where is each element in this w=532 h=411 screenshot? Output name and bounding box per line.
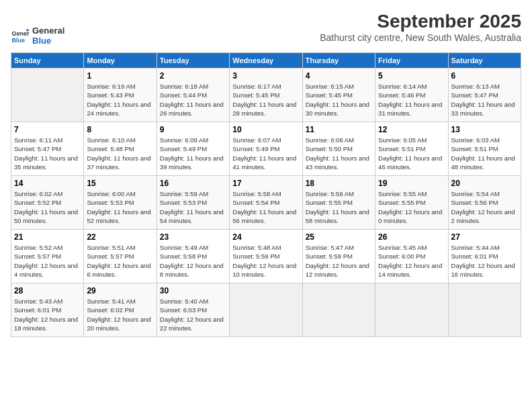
- calendar-cell: 3Sunrise: 6:17 AMSunset: 5:45 PMDaylight…: [230, 68, 302, 122]
- calendar-cell: 9Sunrise: 6:09 AMSunset: 5:49 PMDaylight…: [157, 122, 229, 176]
- calendar-table: SundayMondayTuesdayWednesdayThursdayFrid…: [11, 52, 521, 337]
- calendar-body: 1Sunrise: 6:19 AMSunset: 5:43 PMDaylight…: [11, 68, 521, 337]
- day-number: 10: [232, 125, 299, 134]
- day-info: Sunrise: 5:43 AMSunset: 6:01 PMDaylight:…: [14, 297, 81, 332]
- weekday-tuesday: Tuesday: [157, 53, 229, 68]
- logo-blue: Blue: [32, 36, 64, 46]
- calendar-cell: 29Sunrise: 5:41 AMSunset: 6:02 PMDayligh…: [84, 283, 157, 337]
- day-info: Sunrise: 5:47 AMSunset: 5:59 PMDaylight:…: [306, 243, 372, 279]
- calendar-cell: 11Sunrise: 6:06 AMSunset: 5:50 PMDayligh…: [302, 122, 375, 176]
- calendar-cell: 4Sunrise: 6:15 AMSunset: 5:45 PMDaylight…: [302, 68, 375, 122]
- week-row-3: 21Sunrise: 5:52 AMSunset: 5:57 PMDayligh…: [11, 230, 521, 283]
- day-info: Sunrise: 6:00 AMSunset: 5:53 PMDaylight:…: [87, 189, 153, 225]
- day-number: 21: [14, 232, 81, 242]
- calendar-cell: 2Sunrise: 6:18 AMSunset: 5:44 PMDaylight…: [157, 68, 229, 122]
- day-number: 30: [160, 286, 226, 295]
- calendar-cell: [11, 68, 84, 122]
- weekday-friday: Friday: [375, 53, 448, 68]
- day-number: 20: [451, 179, 518, 188]
- day-number: 18: [306, 179, 372, 188]
- day-number: 28: [14, 286, 81, 295]
- svg-text:Blue: Blue: [11, 37, 25, 44]
- day-number: 9: [160, 125, 226, 134]
- calendar-cell: 1Sunrise: 6:19 AMSunset: 5:43 PMDaylight…: [84, 68, 157, 122]
- day-info: Sunrise: 6:07 AMSunset: 5:49 PMDaylight:…: [232, 136, 299, 171]
- day-number: 16: [160, 179, 226, 188]
- weekday-thursday: Thursday: [302, 53, 375, 68]
- calendar-cell: 20Sunrise: 5:54 AMSunset: 5:56 PMDayligh…: [448, 176, 521, 230]
- calendar-cell: 14Sunrise: 6:02 AMSunset: 5:52 PMDayligh…: [11, 176, 84, 230]
- calendar-cell: 12Sunrise: 6:05 AMSunset: 5:51 PMDayligh…: [375, 122, 448, 176]
- day-info: Sunrise: 5:45 AMSunset: 6:00 PMDaylight:…: [378, 243, 445, 279]
- calendar-cell: 10Sunrise: 6:07 AMSunset: 5:49 PMDayligh…: [230, 122, 302, 176]
- calendar-cell: 21Sunrise: 5:52 AMSunset: 5:57 PMDayligh…: [11, 230, 84, 283]
- calendar-cell: 18Sunrise: 5:56 AMSunset: 5:55 PMDayligh…: [302, 176, 375, 230]
- day-number: 17: [232, 179, 299, 188]
- weekday-saturday: Saturday: [448, 53, 521, 68]
- calendar-cell: 6Sunrise: 6:13 AMSunset: 5:47 PMDaylight…: [448, 68, 521, 122]
- day-info: Sunrise: 6:10 AMSunset: 5:48 PMDaylight:…: [87, 136, 153, 171]
- day-number: 24: [232, 232, 299, 242]
- calendar-cell: 24Sunrise: 5:48 AMSunset: 5:59 PMDayligh…: [230, 230, 302, 283]
- calendar-cell: 16Sunrise: 5:59 AMSunset: 5:53 PMDayligh…: [157, 176, 229, 230]
- day-number: 23: [160, 232, 226, 242]
- day-number: 7: [14, 125, 81, 134]
- day-number: 6: [451, 71, 518, 81]
- day-info: Sunrise: 5:49 AMSunset: 5:58 PMDaylight:…: [160, 243, 226, 279]
- day-info: Sunrise: 6:13 AMSunset: 5:47 PMDaylight:…: [451, 82, 518, 118]
- calendar-cell: 15Sunrise: 6:00 AMSunset: 5:53 PMDayligh…: [84, 176, 157, 230]
- weekday-wednesday: Wednesday: [230, 53, 302, 68]
- day-number: 12: [378, 125, 445, 134]
- day-number: 5: [378, 71, 445, 81]
- day-info: Sunrise: 6:19 AMSunset: 5:43 PMDaylight:…: [87, 82, 153, 118]
- day-number: 22: [87, 232, 153, 242]
- day-number: 8: [87, 125, 153, 134]
- day-info: Sunrise: 5:51 AMSunset: 5:57 PMDaylight:…: [87, 243, 153, 279]
- day-info: Sunrise: 6:02 AMSunset: 5:52 PMDaylight:…: [14, 189, 81, 225]
- week-row-2: 14Sunrise: 6:02 AMSunset: 5:52 PMDayligh…: [11, 176, 521, 230]
- day-number: 15: [87, 179, 153, 188]
- calendar-cell: 26Sunrise: 5:45 AMSunset: 6:00 PMDayligh…: [375, 230, 448, 283]
- calendar-cell: [302, 283, 375, 337]
- logo-general: General: [32, 26, 64, 36]
- calendar-cell: 30Sunrise: 5:40 AMSunset: 6:03 PMDayligh…: [157, 283, 229, 337]
- day-info: Sunrise: 6:09 AMSunset: 5:49 PMDaylight:…: [160, 136, 226, 171]
- svg-text:General: General: [11, 30, 30, 37]
- day-info: Sunrise: 5:58 AMSunset: 5:54 PMDaylight:…: [232, 189, 299, 225]
- day-number: 27: [451, 232, 518, 242]
- logo: General Blue General Blue: [11, 26, 64, 46]
- day-info: Sunrise: 5:40 AMSunset: 6:03 PMDaylight:…: [160, 297, 226, 332]
- calendar-cell: 5Sunrise: 6:14 AMSunset: 5:46 PMDaylight…: [375, 68, 448, 122]
- day-info: Sunrise: 6:15 AMSunset: 5:45 PMDaylight:…: [306, 82, 372, 118]
- day-number: 25: [306, 232, 372, 242]
- day-info: Sunrise: 6:17 AMSunset: 5:45 PMDaylight:…: [232, 82, 299, 118]
- logo-icon: General Blue: [11, 26, 30, 45]
- calendar-cell: 17Sunrise: 5:58 AMSunset: 5:54 PMDayligh…: [230, 176, 302, 230]
- day-info: Sunrise: 6:18 AMSunset: 5:44 PMDaylight:…: [160, 82, 226, 118]
- day-info: Sunrise: 6:14 AMSunset: 5:46 PMDaylight:…: [378, 82, 445, 118]
- day-number: 13: [451, 125, 518, 134]
- day-number: 14: [14, 179, 81, 188]
- calendar-cell: [375, 283, 448, 337]
- day-info: Sunrise: 5:41 AMSunset: 6:02 PMDaylight:…: [87, 297, 153, 332]
- day-number: 4: [306, 71, 372, 81]
- day-number: 29: [87, 286, 153, 295]
- calendar-cell: 23Sunrise: 5:49 AMSunset: 5:58 PMDayligh…: [157, 230, 229, 283]
- day-info: Sunrise: 5:44 AMSunset: 6:01 PMDaylight:…: [451, 243, 518, 279]
- day-info: Sunrise: 5:54 AMSunset: 5:56 PMDaylight:…: [451, 189, 518, 225]
- month-title: September 2025: [320, 11, 521, 32]
- calendar-cell: 8Sunrise: 6:10 AMSunset: 5:48 PMDaylight…: [84, 122, 157, 176]
- day-info: Sunrise: 6:05 AMSunset: 5:51 PMDaylight:…: [378, 136, 445, 171]
- weekday-header: SundayMondayTuesdayWednesdayThursdayFrid…: [11, 53, 521, 68]
- location-title: Bathurst city centre, New South Wales, A…: [320, 32, 521, 43]
- title-section: September 2025 Bathurst city centre, New…: [320, 11, 521, 48]
- calendar-cell: 22Sunrise: 5:51 AMSunset: 5:57 PMDayligh…: [84, 230, 157, 283]
- week-row-0: 1Sunrise: 6:19 AMSunset: 5:43 PMDaylight…: [11, 68, 521, 122]
- day-number: 1: [87, 71, 153, 81]
- week-row-1: 7Sunrise: 6:11 AMSunset: 5:47 PMDaylight…: [11, 122, 521, 176]
- day-info: Sunrise: 6:11 AMSunset: 5:47 PMDaylight:…: [14, 136, 81, 171]
- week-row-4: 28Sunrise: 5:43 AMSunset: 6:01 PMDayligh…: [11, 283, 521, 337]
- calendar-cell: [230, 283, 302, 337]
- day-number: 26: [378, 232, 445, 242]
- day-info: Sunrise: 5:52 AMSunset: 5:57 PMDaylight:…: [14, 243, 81, 279]
